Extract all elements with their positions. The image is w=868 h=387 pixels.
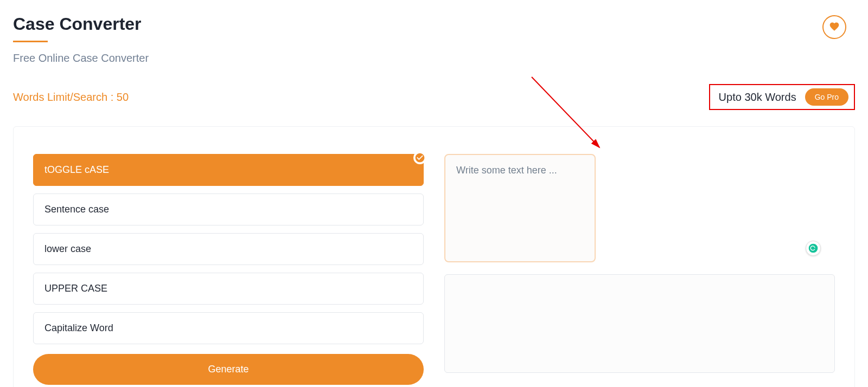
text-output[interactable] xyxy=(444,274,835,373)
option-label: UPPER CASE xyxy=(44,283,107,294)
page-title: Case Converter xyxy=(13,14,149,34)
favorite-button[interactable] xyxy=(822,15,846,39)
two-column-layout: tOGGLE cASE Sentence case lower case UPP… xyxy=(33,154,835,385)
option-sentence-case[interactable]: Sentence case xyxy=(33,194,424,225)
pro-text: Upto 30k Words xyxy=(719,91,796,104)
heart-icon xyxy=(829,21,840,34)
option-label: tOGGLE cASE xyxy=(44,164,109,176)
main-card: tOGGLE cASE Sentence case lower case UPP… xyxy=(13,126,855,387)
checkmark-icon xyxy=(413,151,426,164)
option-toggle-case[interactable]: tOGGLE cASE xyxy=(33,154,424,186)
text-column xyxy=(444,154,835,385)
grammarly-icon[interactable] xyxy=(806,241,821,256)
option-lower-case[interactable]: lower case xyxy=(33,233,424,265)
option-capitalize-word[interactable]: Capitalize Word xyxy=(33,312,424,344)
words-limit-label: Words Limit/Search : 50 xyxy=(13,91,129,104)
header-left: Case Converter Free Online Case Converte… xyxy=(13,14,149,84)
page-container: Case Converter Free Online Case Converte… xyxy=(0,0,868,387)
option-label: lower case xyxy=(44,243,91,255)
limit-row: Words Limit/Search : 50 Upto 30k Words G… xyxy=(13,84,855,110)
input-wrapper xyxy=(444,154,835,265)
generate-button[interactable]: Generate xyxy=(33,354,424,385)
option-upper-case[interactable]: UPPER CASE xyxy=(33,273,424,305)
header-row: Case Converter Free Online Case Converte… xyxy=(13,14,855,84)
go-pro-button[interactable]: Go Pro xyxy=(805,88,848,106)
page-subtitle: Free Online Case Converter xyxy=(13,52,149,64)
pro-callout-box: Upto 30k Words Go Pro xyxy=(709,84,855,110)
title-underline xyxy=(13,41,48,42)
option-label: Sentence case xyxy=(44,204,109,215)
option-label: Capitalize Word xyxy=(44,322,113,334)
svg-point-1 xyxy=(809,244,818,253)
text-input[interactable] xyxy=(444,154,596,262)
options-column: tOGGLE cASE Sentence case lower case UPP… xyxy=(33,154,424,385)
